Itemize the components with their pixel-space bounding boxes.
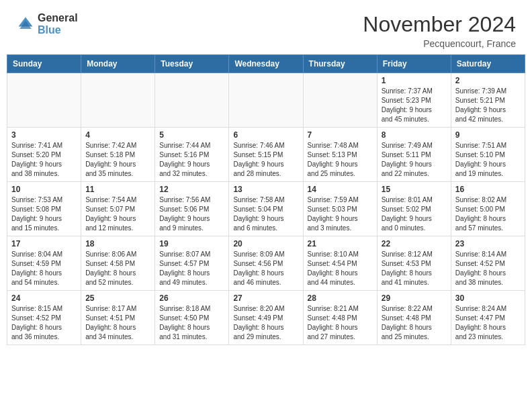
calendar-day: 27Sunrise: 8:20 AM Sunset: 4:49 PM Dayli… xyxy=(229,291,303,345)
day-number: 19 xyxy=(159,239,224,248)
col-tuesday: Tuesday xyxy=(155,55,229,73)
col-wednesday: Wednesday xyxy=(229,55,303,73)
day-number: 28 xyxy=(308,293,373,303)
calendar-day: 26Sunrise: 8:18 AM Sunset: 4:50 PM Dayli… xyxy=(155,291,229,345)
day-number: 12 xyxy=(159,185,224,194)
calendar-day: 7Sunrise: 7:48 AM Sunset: 5:13 PM Daylig… xyxy=(303,128,377,182)
day-number: 14 xyxy=(308,185,373,194)
calendar-week-5: 24Sunrise: 8:15 AM Sunset: 4:52 PM Dayli… xyxy=(7,291,525,345)
calendar-day: 2Sunrise: 7:39 AM Sunset: 5:21 PM Daylig… xyxy=(451,73,525,128)
day-info: Sunrise: 7:54 AM Sunset: 5:07 PM Dayligh… xyxy=(85,195,150,233)
day-number: 11 xyxy=(85,185,150,194)
calendar-day: 23Sunrise: 8:14 AM Sunset: 4:52 PM Dayli… xyxy=(451,236,525,291)
calendar-container: Sunday Monday Tuesday Wednesday Thursday… xyxy=(0,54,532,352)
logo-general-text: General xyxy=(38,12,78,24)
calendar-day: 9Sunrise: 7:51 AM Sunset: 5:10 PM Daylig… xyxy=(451,128,525,182)
col-sunday: Sunday xyxy=(7,55,81,73)
day-info: Sunrise: 7:48 AM Sunset: 5:13 PM Dayligh… xyxy=(308,141,373,179)
col-monday: Monday xyxy=(81,55,155,73)
header-row: Sunday Monday Tuesday Wednesday Thursday… xyxy=(7,55,525,73)
calendar-day: 10Sunrise: 7:53 AM Sunset: 5:08 PM Dayli… xyxy=(7,182,81,236)
day-info: Sunrise: 8:04 AM Sunset: 4:59 PM Dayligh… xyxy=(11,250,77,287)
day-info: Sunrise: 8:21 AM Sunset: 4:48 PM Dayligh… xyxy=(308,304,373,342)
day-info: Sunrise: 8:01 AM Sunset: 5:02 PM Dayligh… xyxy=(382,195,447,233)
calendar-day: 1Sunrise: 7:37 AM Sunset: 5:23 PM Daylig… xyxy=(377,73,451,128)
calendar-day: 13Sunrise: 7:58 AM Sunset: 5:04 PM Dayli… xyxy=(229,182,303,236)
day-number: 15 xyxy=(382,185,447,194)
title-block: November 2024 Pecquencourt, France xyxy=(363,12,516,49)
day-number: 4 xyxy=(85,130,150,140)
calendar-day: 18Sunrise: 8:06 AM Sunset: 4:58 PM Dayli… xyxy=(81,236,155,291)
day-info: Sunrise: 8:22 AM Sunset: 4:48 PM Dayligh… xyxy=(382,304,447,342)
day-number: 8 xyxy=(382,130,447,140)
calendar-week-4: 17Sunrise: 8:04 AM Sunset: 4:59 PM Dayli… xyxy=(7,236,525,291)
calendar-day: 15Sunrise: 8:01 AM Sunset: 5:02 PM Dayli… xyxy=(377,182,451,236)
calendar-day: 4Sunrise: 7:42 AM Sunset: 5:18 PM Daylig… xyxy=(81,128,155,182)
calendar-week-3: 10Sunrise: 7:53 AM Sunset: 5:08 PM Dayli… xyxy=(7,182,525,236)
day-info: Sunrise: 7:51 AM Sunset: 5:10 PM Dayligh… xyxy=(455,141,521,179)
calendar-week-1: 1Sunrise: 7:37 AM Sunset: 5:23 PM Daylig… xyxy=(7,73,525,128)
calendar-day xyxy=(7,73,81,128)
day-number: 10 xyxy=(11,185,77,194)
month-title: November 2024 xyxy=(363,12,516,37)
day-number: 25 xyxy=(85,293,150,303)
day-info: Sunrise: 8:02 AM Sunset: 5:00 PM Dayligh… xyxy=(455,195,521,233)
day-info: Sunrise: 8:07 AM Sunset: 4:57 PM Dayligh… xyxy=(159,250,224,287)
day-info: Sunrise: 7:49 AM Sunset: 5:11 PM Dayligh… xyxy=(382,141,447,179)
calendar-day xyxy=(229,73,303,128)
calendar-day: 6Sunrise: 7:46 AM Sunset: 5:15 PM Daylig… xyxy=(229,128,303,182)
calendar-day: 20Sunrise: 8:09 AM Sunset: 4:56 PM Dayli… xyxy=(229,236,303,291)
day-info: Sunrise: 8:06 AM Sunset: 4:58 PM Dayligh… xyxy=(85,250,150,287)
calendar-table: Sunday Monday Tuesday Wednesday Thursday… xyxy=(7,54,525,345)
calendar-day: 8Sunrise: 7:49 AM Sunset: 5:11 PM Daylig… xyxy=(377,128,451,182)
day-info: Sunrise: 7:46 AM Sunset: 5:15 PM Dayligh… xyxy=(233,141,298,179)
logo-icon xyxy=(16,15,35,34)
calendar-day: 19Sunrise: 8:07 AM Sunset: 4:57 PM Dayli… xyxy=(155,236,229,291)
day-number: 26 xyxy=(159,293,224,303)
calendar-day: 3Sunrise: 7:41 AM Sunset: 5:20 PM Daylig… xyxy=(7,128,81,182)
logo-blue-text: Blue xyxy=(38,24,78,36)
day-info: Sunrise: 8:24 AM Sunset: 4:47 PM Dayligh… xyxy=(455,304,521,342)
day-info: Sunrise: 7:42 AM Sunset: 5:18 PM Dayligh… xyxy=(85,141,150,179)
calendar-day: 30Sunrise: 8:24 AM Sunset: 4:47 PM Dayli… xyxy=(451,291,525,345)
day-number: 13 xyxy=(233,185,298,194)
col-thursday: Thursday xyxy=(303,55,377,73)
day-number: 24 xyxy=(11,293,77,303)
day-number: 27 xyxy=(233,293,298,303)
day-info: Sunrise: 8:14 AM Sunset: 4:52 PM Dayligh… xyxy=(455,250,521,287)
day-number: 2 xyxy=(455,76,521,85)
day-number: 3 xyxy=(11,130,77,140)
calendar-day: 5Sunrise: 7:44 AM Sunset: 5:16 PM Daylig… xyxy=(155,128,229,182)
day-number: 1 xyxy=(382,76,447,85)
calendar-body: 1Sunrise: 7:37 AM Sunset: 5:23 PM Daylig… xyxy=(7,73,525,345)
location-text: Pecquencourt, France xyxy=(363,38,516,49)
calendar-day: 24Sunrise: 8:15 AM Sunset: 4:52 PM Dayli… xyxy=(7,291,81,345)
calendar-day: 29Sunrise: 8:22 AM Sunset: 4:48 PM Dayli… xyxy=(377,291,451,345)
calendar-day xyxy=(303,73,377,128)
calendar-day xyxy=(81,73,155,128)
calendar-day: 14Sunrise: 7:59 AM Sunset: 5:03 PM Dayli… xyxy=(303,182,377,236)
day-info: Sunrise: 8:10 AM Sunset: 4:54 PM Dayligh… xyxy=(308,250,373,287)
day-number: 7 xyxy=(308,130,373,140)
calendar-day xyxy=(155,73,229,128)
day-info: Sunrise: 8:12 AM Sunset: 4:53 PM Dayligh… xyxy=(382,250,447,287)
day-number: 23 xyxy=(455,239,521,248)
calendar-day: 25Sunrise: 8:17 AM Sunset: 4:51 PM Dayli… xyxy=(81,291,155,345)
day-info: Sunrise: 7:39 AM Sunset: 5:21 PM Dayligh… xyxy=(455,87,521,124)
day-number: 21 xyxy=(308,239,373,248)
day-info: Sunrise: 7:59 AM Sunset: 5:03 PM Dayligh… xyxy=(308,195,373,233)
calendar-week-2: 3Sunrise: 7:41 AM Sunset: 5:20 PM Daylig… xyxy=(7,128,525,182)
calendar-day: 16Sunrise: 8:02 AM Sunset: 5:00 PM Dayli… xyxy=(451,182,525,236)
day-info: Sunrise: 7:56 AM Sunset: 5:06 PM Dayligh… xyxy=(159,195,224,233)
day-info: Sunrise: 7:44 AM Sunset: 5:16 PM Dayligh… xyxy=(159,141,224,179)
page-header: General Blue November 2024 Pecquencourt,… xyxy=(0,0,532,54)
day-info: Sunrise: 7:58 AM Sunset: 5:04 PM Dayligh… xyxy=(233,195,298,233)
day-info: Sunrise: 8:15 AM Sunset: 4:52 PM Dayligh… xyxy=(11,304,77,342)
day-number: 17 xyxy=(11,239,77,248)
day-number: 22 xyxy=(382,239,447,248)
day-number: 9 xyxy=(455,130,521,140)
calendar-day: 22Sunrise: 8:12 AM Sunset: 4:53 PM Dayli… xyxy=(377,236,451,291)
col-saturday: Saturday xyxy=(451,55,525,73)
day-info: Sunrise: 8:18 AM Sunset: 4:50 PM Dayligh… xyxy=(159,304,224,342)
day-number: 5 xyxy=(159,130,224,140)
